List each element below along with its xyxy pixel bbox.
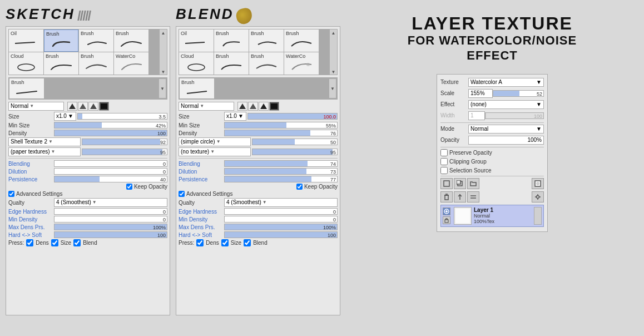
preserve-opacity-checkbox[interactable] <box>440 149 448 156</box>
brush-cell-brush3[interactable]: Brush <box>114 29 148 52</box>
size-slider[interactable]: 3.5 <box>77 113 167 120</box>
texture1-slider[interactable]: 92 <box>82 139 167 145</box>
layer-mask-btn[interactable] <box>532 178 544 189</box>
layer-flatten-btn[interactable] <box>467 191 479 202</box>
brush-cell-oil[interactable]: Oil <box>9 29 43 52</box>
blend-texture1-slider[interactable]: 50 <box>252 139 338 145</box>
blend-edge-hardness-slider[interactable]: 0 <box>224 208 338 215</box>
dilution-slider[interactable]: 0 <box>54 168 167 175</box>
brush-cell-brush5[interactable]: Brush <box>79 52 113 75</box>
brush-cell-brush2[interactable]: Brush <box>79 29 113 52</box>
shape-btn-2[interactable] <box>78 102 88 111</box>
density-slider[interactable]: 100 <box>54 130 167 136</box>
quality-dropdown[interactable]: 4 (Smoothest) ▼ <box>54 198 167 207</box>
blend-brush-2[interactable]: Brush <box>249 29 284 52</box>
blend-min-size-slider[interactable]: 55% <box>224 122 338 129</box>
press-size-checkbox[interactable] <box>51 239 58 246</box>
texture-dropdown[interactable]: Watercolor A ▼ <box>468 78 544 87</box>
brush-cell-brush1[interactable]: Brush <box>44 29 78 52</box>
min-size-slider[interactable]: 42% <box>54 122 167 129</box>
blend-min-density-slider[interactable]: 0 <box>224 216 338 223</box>
brush-scrollbar[interactable]: ▲ ▼ <box>160 29 167 75</box>
texture2-slider[interactable]: 95 <box>82 149 167 155</box>
max-dens-slider[interactable]: 100% <box>54 224 167 230</box>
layer-merge-btn[interactable] <box>454 191 466 202</box>
keep-opacity-checkbox[interactable] <box>126 184 132 190</box>
extra-scrollbar[interactable]: ▼ <box>158 78 166 98</box>
brush-cell-brush4[interactable]: Brush <box>44 52 78 75</box>
brush-cell-cloud[interactable]: Cloud <box>9 52 43 75</box>
blend-shape-4[interactable] <box>269 102 279 111</box>
brush-cell-waterco[interactable]: WaterCo <box>114 52 148 75</box>
blend-density-slider[interactable]: 76 <box>224 130 338 136</box>
layer-folder-btn[interactable] <box>467 178 479 189</box>
blend-persistence-slider[interactable]: 77 <box>224 176 338 182</box>
blend-title-area: BLEND <box>176 6 252 26</box>
blend-shape-2[interactable] <box>248 102 258 111</box>
press-blend-checkbox[interactable] <box>73 239 81 246</box>
size-multiplier[interactable]: x1.0 ▼ <box>54 112 76 121</box>
blend-size-mult[interactable]: x1.0 ▼ <box>224 112 246 121</box>
blend-blend-mode-dropdown[interactable]: Normal ▼ <box>179 102 234 111</box>
texture2-dropdown[interactable]: (paper textures) ▼ <box>8 147 81 156</box>
advanced-settings-checkbox[interactable] <box>8 191 14 197</box>
blend-brush-cloud[interactable]: Cloud <box>179 52 214 75</box>
shape-buttons <box>67 102 109 111</box>
blend-press-size-checkbox[interactable] <box>221 239 229 246</box>
blend-texture2-slider[interactable]: 95 <box>252 149 338 155</box>
blend-press-blend-checkbox[interactable] <box>244 239 251 246</box>
blend-quality-dropdown[interactable]: 4 (Smoothest) ▼ <box>224 198 338 207</box>
blend-keep-opacity-checkbox[interactable] <box>296 184 303 190</box>
mode-dropdown[interactable]: Normal ▼ <box>468 125 544 134</box>
blending-slider[interactable]: 0 <box>54 160 167 167</box>
blend-brush-waterco[interactable]: WaterCo <box>284 52 319 75</box>
blend-texture1-dropdown[interactable]: (simple circle) ▼ <box>179 137 251 146</box>
blend-brush-oil[interactable]: Oil <box>179 29 214 52</box>
shape-btn-1[interactable] <box>67 102 77 111</box>
blend-max-dens-slider[interactable]: 100% <box>224 224 338 230</box>
brush-cell-extra[interactable]: Brush <box>9 78 44 98</box>
layer-new-btn[interactable] <box>440 178 453 189</box>
blend-hard-soft-slider[interactable]: 100 <box>224 231 338 238</box>
blend-dilution-slider[interactable]: 73 <box>224 168 338 175</box>
edge-hardness-slider[interactable]: 0 <box>54 208 167 215</box>
scale-slider[interactable]: 52 <box>493 90 544 97</box>
opacity-box[interactable]: 100% <box>468 136 544 145</box>
scale-percent-box[interactable]: 155% <box>468 89 493 98</box>
opacity-row: Opacity 100% <box>440 136 544 145</box>
blend-advanced-settings-checkbox[interactable] <box>179 191 185 197</box>
layer-lock-btn[interactable] <box>443 216 450 224</box>
blend-mode-dropdown[interactable]: Normal ▼ <box>8 102 64 111</box>
blend-size-slider[interactable]: 100.0 <box>247 113 338 120</box>
shape-btn-4[interactable] <box>99 102 109 111</box>
blend-press-dens-checkbox[interactable] <box>196 239 204 246</box>
press-dens-checkbox[interactable] <box>26 239 33 246</box>
blend-shape-1[interactable] <box>237 102 247 111</box>
texture2-slider-val: 95 <box>160 149 166 155</box>
blend-shape-3[interactable] <box>259 102 269 111</box>
blend-blending-row: Blending 74 <box>179 160 338 167</box>
layer-delete-btn[interactable] <box>440 191 453 202</box>
blend-scrollbar[interactable]: ▲ ▼ <box>330 29 338 75</box>
blend-brush-4[interactable]: Brush <box>214 52 249 75</box>
blend-brush-3[interactable]: Brush <box>284 29 319 52</box>
hard-soft-slider[interactable]: 100 <box>54 231 167 238</box>
blend-extra-scrollbar[interactable]: ▼ <box>329 78 336 98</box>
blend-brush-1[interactable]: Brush <box>214 29 249 52</box>
blend-blending-slider[interactable]: 74 <box>224 160 338 167</box>
layer-list-item[interactable]: Layer 1 Normal 100%Tex <box>440 205 544 227</box>
persistence-slider[interactable]: 40 <box>54 176 167 182</box>
selection-source-checkbox[interactable] <box>440 167 448 174</box>
layer-copy-btn[interactable] <box>454 178 466 189</box>
layer-settings-btn[interactable] <box>532 191 544 202</box>
texture1-dropdown[interactable]: Shell Texture 2 ▼ <box>8 137 81 146</box>
blend-texture2-dropdown[interactable]: (no texture) ▼ <box>179 147 251 156</box>
clipping-group-checkbox[interactable] <box>440 158 448 165</box>
layer-list-scrollbar[interactable] <box>534 207 542 225</box>
shape-btn-3[interactable] <box>88 102 98 111</box>
min-density-slider[interactable]: 0 <box>54 216 167 223</box>
blend-brush-5[interactable]: Brush <box>249 52 284 75</box>
layer-visibility-btn[interactable] <box>443 207 450 215</box>
blend-brush-extra[interactable]: Brush <box>180 78 214 98</box>
effect-dropdown[interactable]: (none) ▼ <box>468 100 544 109</box>
